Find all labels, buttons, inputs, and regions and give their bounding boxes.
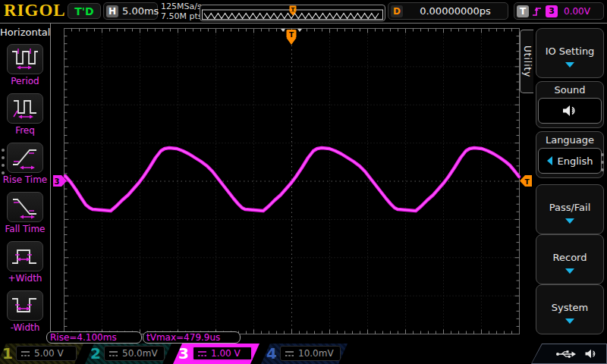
- channel2-badge[interactable]: 2 50.0mV: [85, 344, 171, 364]
- peripheral-status-box: [531, 344, 607, 364]
- sidebar-divider: [50, 24, 51, 343]
- menu-item-language[interactable]: Language English: [536, 131, 604, 178]
- language-selector[interactable]: English: [538, 148, 602, 174]
- preview-wave: [204, 14, 379, 19]
- svg-text:T: T: [291, 7, 295, 13]
- menu-item-io-setting[interactable]: IO Setting: [536, 28, 604, 78]
- freq-icon: [7, 93, 43, 124]
- plus-width-icon: [7, 241, 43, 271]
- trigger-icon: T: [517, 5, 529, 17]
- acquisition-info: 125MSa/s 7.50M pts: [161, 2, 203, 21]
- delay-value: 0.00000000ps: [403, 5, 508, 17]
- dc-coupling-icon: [285, 350, 294, 357]
- menu-item-pass-fail[interactable]: Pass/Fail: [536, 184, 604, 234]
- chevron-down-icon: [565, 62, 574, 67]
- menu-item-sound[interactable]: Sound: [536, 81, 604, 128]
- channel1-scale: 5.00 V: [16, 346, 77, 361]
- speaker-icon: [583, 348, 599, 359]
- rise-time-icon: [7, 143, 43, 173]
- fall-time-icon: [7, 192, 43, 222]
- trigger-source-badge: 3: [546, 5, 558, 17]
- memory-depth: 7.50M pts: [161, 11, 203, 21]
- oscilloscope-screen: T 3 T RIGOL T'D H 5.00ms 125MSa/s 7.50M …: [0, 0, 607, 364]
- memory-waveform-preview[interactable]: T: [200, 5, 385, 21]
- horizontal-measure-menu: Horizontal Period: [0, 24, 50, 343]
- menu-item-system[interactable]: System: [536, 284, 604, 334]
- chevron-down-icon: [565, 318, 574, 324]
- trigger-readout[interactable]: T 3 0.00V: [514, 2, 604, 20]
- measure-menu-title: Horizontal: [0, 27, 50, 38]
- waveform-display: T 3 T: [0, 0, 607, 364]
- h-icon: H: [106, 5, 118, 17]
- dc-coupling-icon: [109, 350, 118, 357]
- dc-coupling-icon: [197, 350, 207, 357]
- usb-icon: [555, 349, 577, 359]
- channel-status-bar: 1 5.00 V 2 50.0mV: [0, 344, 607, 364]
- measurement-result-rise: Rise=4.100ms: [46, 331, 142, 344]
- ch3-waveform-trace: [65, 148, 519, 211]
- delay-readout: D 0.00000000ps: [388, 2, 508, 20]
- period-icon: [7, 44, 43, 74]
- trigger-status-badge: T'D: [68, 3, 101, 19]
- svg-text:T: T: [289, 31, 294, 39]
- minus-width-icon: [7, 290, 43, 321]
- channel4-scale: 10.0mV: [280, 346, 341, 361]
- language-value: English: [558, 155, 593, 167]
- rigol-logo: RIGOL: [4, 1, 66, 20]
- speaker-icon: [561, 104, 579, 118]
- channel3-scale: 1.00 V: [192, 346, 253, 361]
- sound-toggle[interactable]: [538, 98, 602, 124]
- menu-item-record[interactable]: Record: [536, 234, 604, 284]
- dc-coupling-icon: [20, 350, 30, 357]
- rising-edge-icon: [532, 5, 543, 17]
- trigger-level-marker[interactable]: T: [520, 175, 532, 187]
- horizontal-timebase-readout[interactable]: H 5.00ms: [103, 2, 158, 20]
- trigger-level-value: 0.00V: [564, 6, 590, 17]
- sample-rate: 125MSa/s: [161, 2, 203, 11]
- svg-text:T: T: [524, 178, 530, 186]
- topbar-divider: [0, 23, 607, 24]
- menu-page-dots-left: [2, 149, 5, 179]
- channel2-scale: 50.0mV: [104, 346, 165, 361]
- channel3-badge-selected[interactable]: 3 1.00 V: [173, 344, 259, 364]
- chevron-down-icon: [565, 218, 574, 224]
- timebase-value: 5.00ms: [122, 5, 159, 17]
- channel4-badge[interactable]: 4 10.0mV: [261, 344, 348, 364]
- measurement-result-tvmax: tVmax=479.9us: [143, 331, 241, 344]
- utility-menu-tab[interactable]: Utility: [520, 30, 533, 93]
- chevron-down-icon: [565, 268, 574, 274]
- chevron-left-icon: [547, 156, 552, 165]
- delay-icon: D: [391, 5, 403, 17]
- menu-page-dots-right: [601, 153, 604, 176]
- channel1-badge[interactable]: 1 5.00 V: [0, 344, 83, 364]
- top-status-bar: RIGOL T'D H 5.00ms 125MSa/s 7.50M pts T …: [0, 0, 607, 23]
- svg-text:3: 3: [55, 177, 60, 186]
